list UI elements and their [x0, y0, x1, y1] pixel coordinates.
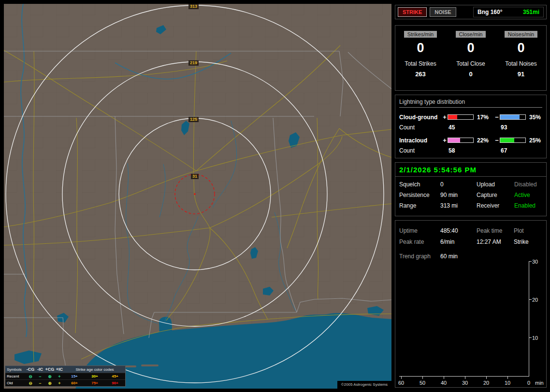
range-value: 313 mi	[440, 202, 477, 209]
x-label-60: 60	[396, 380, 406, 386]
pos-cg-recent-icon: ⊕	[45, 374, 55, 379]
uptime-label: Uptime	[399, 227, 418, 234]
ic-count-label: Count	[399, 147, 442, 154]
peak-time-label: Peak time	[477, 227, 502, 234]
neg-ic-recent-icon: −	[35, 374, 45, 379]
noise-mode-button[interactable]: NOISE	[430, 7, 456, 17]
trend-graph: 30 20 10 60 50 40 30 20 10 0 min	[395, 261, 546, 382]
cg-positive-bar-fill	[448, 115, 457, 119]
distribution-box: Lightning type distribution Cloud-ground…	[395, 95, 547, 158]
squelch-label: Squelch	[399, 181, 440, 188]
persistence-label: Persistence	[399, 192, 440, 198]
capture-label: Capture	[477, 192, 514, 198]
cloud-ground-count-row: Count 45 93	[399, 122, 542, 132]
x-label-40: 40	[439, 380, 449, 386]
ic-negative-bar	[500, 138, 526, 143]
bearing-distance: 351mi	[523, 9, 539, 15]
legend-row-old: Old ⊖ − ⊕ + 60+ 75+ 90+	[5, 379, 125, 386]
receiver-label: Receiver	[477, 202, 514, 209]
close-per-min-badge: Close/min	[456, 31, 486, 38]
close-per-min-value: 0	[467, 42, 474, 55]
trend-graph-label: Trend graph	[399, 253, 431, 260]
legend-age-title: Strike age color codes	[64, 367, 125, 372]
receiver-location-dot	[194, 193, 196, 195]
persistence-value: 90 min	[440, 192, 477, 198]
intracloud-count-row: Count 58 67	[399, 145, 542, 155]
ic-positive-bar-fill	[448, 138, 460, 142]
cloud-ground-row: Cloud-ground + 17% − 35%	[399, 112, 542, 122]
x-tick-30	[465, 377, 465, 379]
plus-sign: +	[442, 137, 448, 144]
noises-counter: Noises/min 0 Total Noises 91	[496, 26, 546, 90]
x-tick-40	[444, 377, 444, 379]
peak-rate-value: 6/min	[440, 238, 454, 245]
x-tick-60	[401, 377, 402, 379]
intracloud-row: Intracloud + 22% − 25%	[399, 135, 542, 145]
y-label-30: 30	[532, 259, 538, 265]
y-label-10: 10	[532, 335, 538, 341]
x-label-10: 10	[503, 380, 512, 386]
x-label-50: 50	[418, 380, 427, 386]
minus-sign: −	[494, 137, 500, 144]
strikes-per-min-value: 0	[417, 42, 424, 55]
legend-recent-label: Recent	[5, 374, 26, 378]
cg-positive-pct: 17%	[475, 114, 494, 121]
minus-sign: −	[494, 113, 500, 121]
age-code-75: 75+	[91, 381, 98, 385]
trend-y-axis	[529, 261, 529, 377]
y-tick-10	[529, 337, 532, 338]
x-tick-20	[486, 377, 487, 379]
legend-col-neg-cg: -CG	[26, 367, 35, 372]
legend-header: Symbols -CG -IC +CG +IC Strike age color…	[5, 366, 125, 373]
ring-label-313: 313	[188, 4, 199, 9]
pos-ic-recent-icon: +	[55, 374, 64, 379]
plot-label: Plot	[514, 227, 524, 234]
uptime-value: 485:40	[440, 227, 458, 234]
legend-row-recent: Recent ⊖ − ⊕ + 15+ 30+ 45+	[5, 373, 125, 379]
age-code-60: 60+	[71, 381, 78, 385]
cloud-ground-label: Cloud-ground	[399, 114, 442, 121]
ic-positive-pct: 22%	[475, 137, 494, 144]
stormvue-window: 313 219 125 31 Symbols -CG -IC +CG +IC S…	[0, 0, 550, 392]
counters-box: Strikes/min 0 Total Strikes 263 Close/mi…	[395, 25, 547, 91]
total-strikes-value: 263	[415, 70, 426, 78]
neg-cg-recent-icon: ⊖	[26, 374, 35, 379]
peak-time-value: 12:27 AM	[477, 238, 501, 245]
distribution-title: Lightning type distribution	[399, 98, 542, 108]
datetime-display: 2/1/2026 5:54:56 PM	[395, 163, 546, 177]
total-strikes-label: Total Strikes	[405, 60, 436, 67]
copyright-text: ©2005 Astrogenic Systems	[337, 381, 391, 389]
cg-negative-bar-fill	[500, 115, 520, 119]
cg-positive-count: 45	[448, 124, 475, 131]
squelch-value: 0	[440, 181, 477, 188]
ic-positive-count: 58	[448, 147, 475, 154]
strikes-counter: Strikes/min 0 Total Strikes 263	[395, 26, 446, 90]
capture-status: Active	[514, 192, 542, 198]
age-code-90: 90+	[112, 381, 118, 385]
cg-positive-bar	[448, 114, 474, 120]
plot-value: Strike	[514, 238, 529, 245]
age-code-30: 30+	[91, 374, 98, 378]
total-noises-label: Total Noises	[505, 60, 536, 67]
legend-col-pos-cg: +CG	[45, 367, 55, 372]
strikes-per-min-badge: Strikes/min	[404, 31, 437, 38]
intracloud-label: Intracloud	[399, 137, 442, 144]
range-label: Range	[399, 202, 440, 209]
y-tick-30	[529, 261, 532, 262]
total-noises-value: 91	[518, 70, 524, 78]
close-counter: Close/min 0 Total Close 0	[446, 26, 496, 90]
noises-per-min-badge: Noises/min	[505, 31, 537, 38]
x-label-30: 30	[460, 380, 470, 386]
ic-positive-bar	[448, 138, 474, 143]
pos-ic-old-icon: +	[55, 381, 64, 386]
age-code-45: 45+	[112, 374, 118, 378]
strike-mode-button[interactable]: STRIKE	[398, 7, 427, 17]
origin-label: 0	[524, 380, 534, 386]
cg-count-label: Count	[399, 124, 442, 131]
age-code-15: 15+	[71, 374, 78, 378]
lightning-map[interactable]: 313 219 125 31 Symbols -CG -IC +CG +IC S…	[4, 4, 391, 389]
total-close-label: Total Close	[456, 60, 485, 67]
x-tick-50	[422, 377, 423, 379]
legend-symbols-label: Symbols	[5, 367, 26, 372]
mode-bar: STRIKE NOISE Bng 160° 351mi	[395, 5, 547, 19]
